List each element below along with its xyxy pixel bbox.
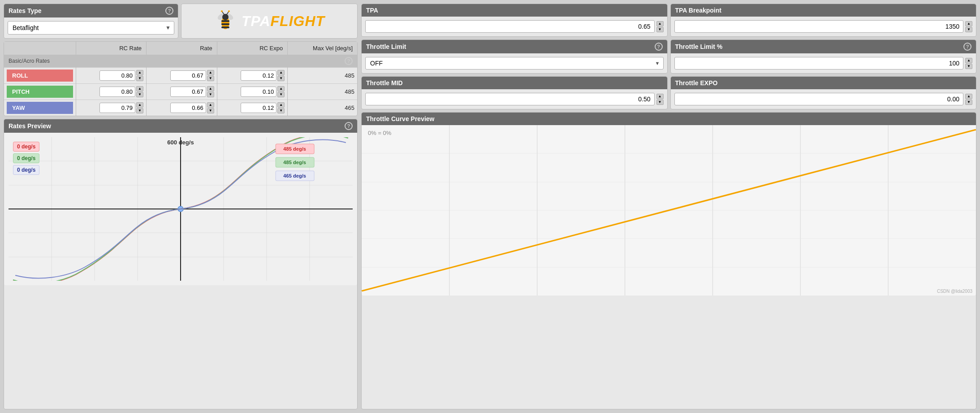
tpa-input[interactable] <box>365 20 655 33</box>
yaw-label: YAW <box>7 102 73 114</box>
yaw-rcexpo-input[interactable] <box>241 103 276 113</box>
roll-rate-cell: ▲ ▼ <box>147 68 217 84</box>
pitch-rcrate-spinners: ▲ ▼ <box>136 86 143 97</box>
rates-type-help-icon[interactable]: ? <box>165 7 173 15</box>
roll-rcexpo-cell: ▲ ▼ <box>217 68 288 84</box>
throttle-curve-preview-header: Throttle Curve Preview <box>362 113 976 125</box>
legend-yaw: 0 deg/s <box>13 165 39 175</box>
throttle-mid-title: Throttle MID <box>366 79 403 87</box>
rates-type-select[interactable]: Betaflight Raceflight Kiss Actual <box>8 21 174 35</box>
yaw-rate-input[interactable] <box>170 103 206 113</box>
yaw-cell: YAW <box>4 100 76 116</box>
rates-type-card: Rates Type ? Betaflight Raceflight Kiss … <box>4 4 178 39</box>
throttle-expo-input[interactable] <box>674 93 964 105</box>
tpa-breakpoint-down[interactable]: ▼ <box>965 27 972 32</box>
yaw-maxvel-cell: 465 <box>288 100 357 116</box>
rates-preview-title: Rates Preview <box>9 122 51 130</box>
pitch-rcrate-down[interactable]: ▼ <box>136 92 143 97</box>
roll-rcexpo-down[interactable]: ▼ <box>277 76 285 81</box>
throttle-limit-pct-body: ▲ ▼ <box>671 53 976 73</box>
roll-rate-input[interactable] <box>170 70 206 81</box>
throttle-mid-card: Throttle MID ▲ ▼ <box>361 76 668 109</box>
roll-maxvel-cell: 485 <box>288 68 357 84</box>
rates-preview-header: Rates Preview ? <box>4 119 357 133</box>
rates-chart-svg: 485 deg/s 485 deg/s 465 deg/s <box>9 137 353 281</box>
yaw-rcrate-up[interactable]: ▲ <box>136 102 143 108</box>
throttle-limit-select[interactable]: OFF SCALE CLIP <box>365 57 664 70</box>
tpa-breakpoint-up[interactable]: ▲ <box>965 21 972 26</box>
pitch-rate-down[interactable]: ▼ <box>207 92 214 97</box>
tpa-down[interactable]: ▼ <box>656 27 664 32</box>
col-header-rcexpo: RC Expo <box>217 42 288 55</box>
pitch-rcexpo-down[interactable]: ▼ <box>277 92 285 97</box>
yaw-rate-down[interactable]: ▼ <box>207 108 214 113</box>
throttle-limit-pct-help-icon[interactable]: ? <box>963 43 971 51</box>
yaw-rcexpo-down[interactable]: ▼ <box>277 108 285 113</box>
throttle-expo-up[interactable]: ▲ <box>965 94 972 99</box>
throttle-curve-preview-card: Throttle Curve Preview 0% = 0% <box>361 112 976 409</box>
roll-rcrate-down[interactable]: ▼ <box>136 76 143 81</box>
bee-icon <box>214 9 237 33</box>
pitch-rcexpo-input[interactable] <box>241 87 276 97</box>
tpa-breakpoint-input[interactable] <box>674 20 964 33</box>
left-panel: Rates Type ? Betaflight Raceflight Kiss … <box>4 4 358 409</box>
pitch-rcrate-input[interactable] <box>99 87 135 97</box>
yaw-rcrate-spinners: ▲ ▼ <box>136 102 143 113</box>
rates-table: RC Rate Rate RC Expo Max Vel [deg/s] Bas… <box>4 42 357 116</box>
svg-text:485 deg/s: 485 deg/s <box>283 160 306 165</box>
roll-rcexpo-up[interactable]: ▲ <box>277 70 285 75</box>
throttle-mid-up[interactable]: ▲ <box>656 94 664 99</box>
pitch-rcexpo-up[interactable]: ▲ <box>277 86 285 91</box>
roll-rcexpo-input[interactable] <box>241 70 276 81</box>
table-help-icon[interactable]: ? <box>345 57 353 65</box>
tpa-up[interactable]: ▲ <box>656 21 664 26</box>
roll-label: ROLL <box>7 70 73 82</box>
col-header-rate: Rate <box>147 42 217 55</box>
yaw-rcrate-down[interactable]: ▼ <box>136 108 143 113</box>
roll-rcrate-input[interactable] <box>99 70 135 81</box>
pitch-rate-up[interactable]: ▲ <box>207 86 214 91</box>
throttle-limit-pct-spinners: ▲ ▼ <box>965 58 972 69</box>
pitch-rate-cell: ▲ ▼ <box>147 84 217 100</box>
roll-rcrate-up[interactable]: ▲ <box>136 70 143 75</box>
subheader-label: Basic/Acro Rates <box>9 58 50 64</box>
roll-rate-down[interactable]: ▼ <box>207 76 214 81</box>
throttle-chart-svg <box>362 125 976 296</box>
roll-rate-up[interactable]: ▲ <box>207 70 214 75</box>
logo-content: TPAFLIGHT <box>214 9 325 33</box>
max-deg-label: 600 deg/s <box>167 139 194 146</box>
pitch-rate-input[interactable] <box>170 87 206 97</box>
throttle-limit-pct-up[interactable]: ▲ <box>965 58 972 63</box>
rates-type-header: Rates Type ? <box>4 4 178 17</box>
col-header-maxvel: Max Vel [deg/s] <box>288 42 357 55</box>
yaw-rate-up[interactable]: ▲ <box>207 102 214 108</box>
throttle-limit-help-icon[interactable]: ? <box>655 43 663 51</box>
pitch-rcexpo-cell: ▲ ▼ <box>217 84 288 100</box>
yaw-rcexpo-up[interactable]: ▲ <box>277 102 285 108</box>
tpa-breakpoint-card: TPA Breakpoint ▲ ▼ <box>670 4 977 37</box>
throttle-expo-down[interactable]: ▼ <box>965 100 972 105</box>
basic-acro-subheader: Basic/Acro Rates ? <box>4 55 357 68</box>
throttle-limit-pct-down[interactable]: ▼ <box>965 64 972 69</box>
brand-beta: TPA <box>242 13 271 29</box>
svg-point-6 <box>222 14 229 20</box>
throttle-limit-body: OFF SCALE CLIP ▼ <box>362 53 667 73</box>
legend-pitch: 0 deg/s <box>13 153 39 163</box>
rates-preview-help-icon[interactable]: ? <box>345 122 353 130</box>
tpa-body: ▲ ▼ <box>362 17 667 36</box>
pitch-rcrate-up[interactable]: ▲ <box>136 86 143 91</box>
throttle-limit-pct-input[interactable] <box>674 57 964 70</box>
roll-rcexpo-spinners: ▲ ▼ <box>277 70 285 81</box>
throttle-mid-input[interactable] <box>365 93 655 105</box>
throttle-mid-spinners: ▲ ▼ <box>656 94 664 105</box>
svg-rect-4 <box>221 23 229 25</box>
throttle-curve-label: 0% = 0% <box>368 130 391 136</box>
watermark: CSDN @lida2003 <box>937 289 972 294</box>
pitch-rcrate-cell: ▲ ▼ <box>76 84 147 100</box>
tpa-breakpoint-spinners: ▲ ▼ <box>965 21 972 32</box>
yaw-rcrate-input[interactable] <box>99 103 135 113</box>
roll-rcrate-spinners: ▲ ▼ <box>136 70 143 81</box>
throttle-mid-down[interactable]: ▼ <box>656 100 664 105</box>
svg-rect-3 <box>221 20 229 22</box>
pitch-cell: PITCH <box>4 84 76 100</box>
